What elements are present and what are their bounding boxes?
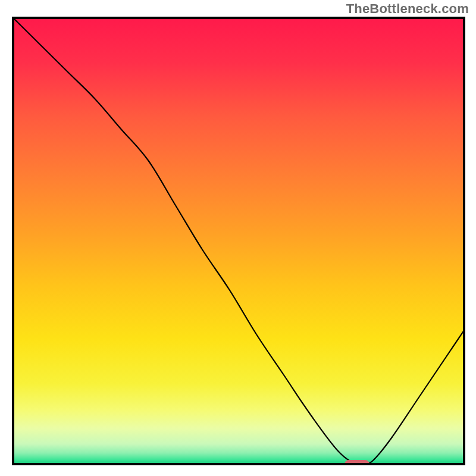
bottleneck-chart [0,0,476,476]
